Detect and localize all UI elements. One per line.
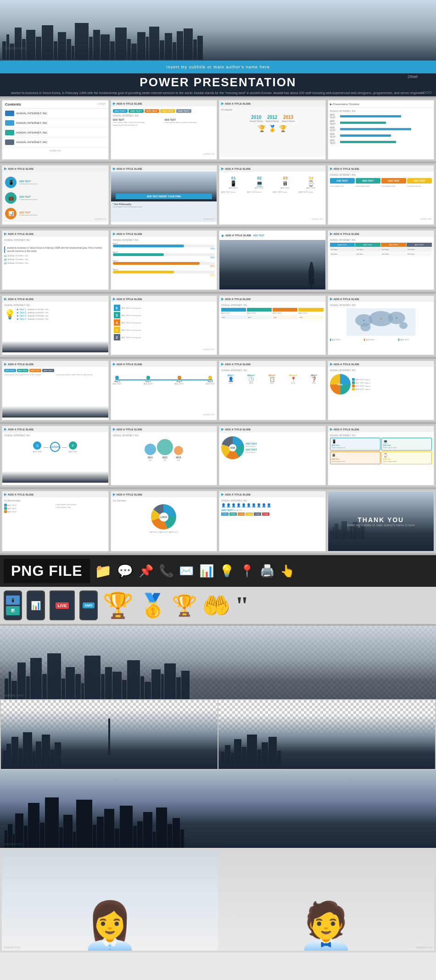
slide-grid-row5: ▶ ADD A TITLE SLIDE ADD TEXT ADD TEXT AD…	[0, 359, 436, 422]
contents-row-2: ASADAL INTERNET, INC.	[2, 118, 108, 128]
svg-point-2	[360, 323, 371, 331]
slide-progress-content: ASADAL INTERNET, INC. Item 1 70% Item 2 …	[111, 237, 217, 287]
slide-company-connected: ▶ ADD A TITLE SLIDE ASADAL INTERNET, INC…	[2, 426, 109, 485]
slide-business: ▶ ADD A TITLE SLIDE ADD TEXT INSERT YOUR…	[111, 165, 218, 225]
mail-icon: ✉️	[179, 564, 194, 578]
skyline-checker-left	[1, 700, 218, 769]
slide-checklist: ▶ ADD A TITLE SLIDE On Benchmarks ADD TE…	[2, 491, 109, 551]
slide-timeline-h-title: ADD A TITLE SLIDE	[117, 363, 142, 366]
woman-presenter: 👩‍💼 asadal.com	[2, 850, 218, 951]
trophy-2: 🏆	[172, 593, 197, 618]
slide-progress: ▶ ADD A TITLE SLIDE ASADAL INTERNET, INC…	[111, 230, 218, 290]
slide-timeline: ▶ Presentation Timeline ASADAL INTERNET,…	[328, 100, 435, 160]
slide-info-cards: ▶ ADD A TITLE SLIDE ASADAL INTERNET, INC…	[328, 165, 435, 225]
slide-people-title: ADD A TITLE SLIDE	[225, 493, 251, 496]
slide-numbered-title: ADD A TITLE SLIDE	[117, 298, 142, 301]
slide-petals: ▶ ADD A TITLE SLIDE ADD ADD TEXT lorem i…	[219, 426, 326, 485]
thankyou-text: THANK YOU	[358, 516, 404, 523]
slide-circle-diag-title: ADD A TITLE SLIDE	[334, 363, 359, 366]
people-section-bottom: 👩‍💼 asadal.com 🧑‍💼 asadal.com	[0, 848, 436, 952]
slide-who-title: ADD A TITLE SLIDE	[225, 363, 251, 366]
slide-checklist-title: ADD A TITLE SLIDE	[8, 493, 34, 496]
pin-icon: 📌	[139, 564, 153, 578]
slide-steps-bulb: ▶ ADD A TITLE SLIDE ASADAL INTERNET, INC…	[2, 295, 109, 355]
slide-info-icons-title: ADD A TITLE SLIDE	[334, 428, 359, 431]
slide-mobile-tags-title: ADD A TITLE SLIDE	[8, 363, 34, 366]
slide-quote: ▶ ADD A TITLE SLIDE ASADAL INTERNET, INC…	[2, 230, 109, 290]
slide-timeline-h-content: Step 1 ADD TEXT Step 2 ADD TEXT Step 3 A…	[111, 367, 217, 418]
png-label: PNG FILE	[4, 559, 90, 583]
slide-content-tags: ADD TEXT ADD TEXT ADD TEXT ADD TEXT ADD …	[111, 106, 217, 157]
hero-blue-bar: Insert my subtitle or main author's name…	[0, 61, 436, 73]
slide-petals-content: ADD ADD TEXT lorem ipsum ADD TEXT lorem …	[219, 432, 325, 483]
slide-world-map: ▶ ADD A TITLE SLIDE ASADAL INTERNET, INC…	[328, 295, 435, 355]
hero-logo: LOGO	[421, 90, 431, 95]
slide-people-content: ASADAL INTERNET, INC. 👤👤👤👤👤 👤👤👤👤👤 ADD TE…	[219, 497, 325, 548]
slide-who-what: ▶ ADD A TITLE SLIDE ASADAL INTERNET, INC…	[219, 361, 326, 420]
slide-info-icons: ▶ ADD A TITLE SLIDE ASADAL INTERNET, INC…	[328, 426, 435, 485]
contents-row-3: ASADAL INTERNET, INC.	[2, 128, 108, 138]
slide-map-title: ADD A TITLE SLIDE	[334, 298, 359, 301]
svg-point-7	[380, 318, 381, 319]
slide-logo-pie: ▶ ADD A TITLE SLIDE Our Services LOGO Ad…	[111, 491, 218, 551]
skyline-checker-right	[218, 700, 435, 769]
slide-circle-sizes-title: ADD A TITLE SLIDE	[117, 428, 142, 431]
hero-watermark: asadal.com	[5, 46, 26, 50]
slide-grid-row6: ▶ ADD A TITLE SLIDE ASADAL INTERNET, INC…	[0, 424, 436, 487]
contents-header: Contents LOGO	[2, 100, 108, 109]
hero-slide: Insert my subtitle or main author's name…	[0, 0, 436, 96]
slide-numbered-content: 6 ADD TEXT lorem ipsum 5 ADD TEXT lorem …	[111, 302, 217, 352]
phone-device-2: 📊	[27, 590, 45, 620]
slide-award-title: ADD A TITLE SLIDE	[225, 102, 251, 105]
dual-skyline-section	[0, 699, 436, 770]
contents-row-4: ASADAL INTERNET, INC.	[2, 138, 108, 147]
trophy-1: 🏆	[102, 590, 134, 620]
print-icon: 🖨️	[260, 564, 274, 578]
contents-item-4: ASADAL INTERNET, INC.	[16, 141, 48, 144]
slide-timeline-content: ASADAL INTERNET, INC. ADD TEXT ADD TEXT …	[328, 108, 434, 158]
slide-title-tags: ▶ ADD A TITLE SLIDE ADD TEXT ADD TEXT AD…	[111, 100, 218, 160]
slide-quote-title: ADD A TITLE SLIDE	[8, 233, 34, 235]
slide-mobile-tags: ▶ ADD A TITLE SLIDE ADD TEXT ADD TEXT AD…	[2, 361, 109, 420]
main-container: Insert my subtitle or main author's name…	[0, 0, 436, 952]
slide-progress-title: ADD A TITLE SLIDE	[117, 233, 142, 235]
slide-company-content: ASADAL INTERNET, INC. S ADD TEXT — ASADA…	[2, 432, 108, 483]
phone-sms: SMS	[79, 590, 98, 620]
contents-item-2: ASADAL INTERNET, INC.	[16, 122, 48, 124]
slide-mobile-devices: ▶ ADD A TITLE SLIDE 01 📱 ADD TEXT 02 💻 A…	[219, 165, 326, 225]
slide-label-row: ▶ ADD A TITLE SLIDE	[111, 100, 217, 106]
device-icons-section: 📱 📊 📊 LIVE SMS 🏆 🥇 🏆 🤲	[0, 587, 436, 624]
slide-table-content: ASADAL INTERNET, INC. ADD TEXT ADD TEXT …	[328, 237, 434, 287]
slide-grid-row2: ▶ ADD A TITLE SLIDE 📱 ADD TEXT Lorem ips…	[0, 163, 436, 227]
slide-mobile-tags-content: ADD TEXT ADD TEXT ADD TEXT ADD TEXT Lore…	[2, 367, 108, 418]
slide-title-label: ADD A TITLE SLIDE	[117, 102, 142, 105]
hero-title-area: 29set POWER PRESENTATION started its bus…	[0, 73, 436, 96]
icon-strip: 📁 💬 📌 📞 ✉️ 📊 💡 📍 🖨️ 👆	[95, 563, 295, 579]
hero-description: started its business in Seoul Korea, in …	[11, 91, 425, 95]
slide-colored-boxes: ▶ ADD A TITLE SLIDE ASADAL INTERNET, INC…	[219, 295, 326, 355]
medal-icon: 🥇	[139, 592, 167, 619]
svg-point-5	[399, 322, 408, 329]
slide-who-content: ASADAL INTERNET, INC. Who?👤Info1 When?🕐I…	[219, 367, 325, 418]
slide-numbered: ▶ ADD A TITLE SLIDE 6 ADD TEXT lorem ips…	[111, 295, 218, 355]
bulb-icon: 💡	[219, 564, 234, 578]
slide-city-person: ▶ ADD A TITLE SLIDE ADD TEXT	[219, 230, 326, 290]
slide-award: ▶ ADD A TITLE SLIDE On Awards 2010 Award…	[219, 100, 326, 160]
slide-info-icons-content: ASADAL INTERNET, INC. 📱 Add Text lorem i…	[328, 432, 434, 483]
hero-main-title: POWER PRESENTATION	[140, 75, 296, 89]
cursor-icon: 👆	[280, 564, 295, 578]
slide-mobile-title: ADD A TITLE SLIDE	[225, 167, 251, 170]
slide-checklist-content: On Benchmarks ADD TEXT ADD TEXT ADD TEXT…	[2, 497, 108, 548]
slide-grid-row1: Contents LOGO ASADAL INTERNET, INC. ASAD…	[0, 98, 436, 161]
slide-circles-content: 📱 ADD TEXT Lorem ipsum text here 💼 ADD T…	[2, 172, 108, 222]
slide-company-title: ADD A TITLE SLIDE	[8, 428, 34, 431]
skyline-full-1: asadal.com	[0, 626, 436, 699]
slide-logo-pie-content: Our Services LOGO Add Text 1 Add Text 2 …	[111, 497, 217, 548]
location-icon: 📍	[240, 564, 254, 578]
slide-circles: ▶ ADD A TITLE SLIDE 📱 ADD TEXT Lorem ips…	[2, 165, 109, 225]
hero-set-badge: 29set	[408, 74, 418, 79]
slide-steps-content: ASADAL INTERNET, INC. 💡 ▶ Step 1. ASADAL…	[2, 302, 108, 352]
slide-logo-pie-title: ADD A TITLE SLIDE	[117, 493, 142, 496]
slide-info-cards-content: ASADAL INTERNET, INC. ADD TEXT ADD TEXT …	[328, 172, 434, 222]
slide-map-content: ASADAL INTERNET, INC. ADD TEXT	[328, 302, 434, 352]
